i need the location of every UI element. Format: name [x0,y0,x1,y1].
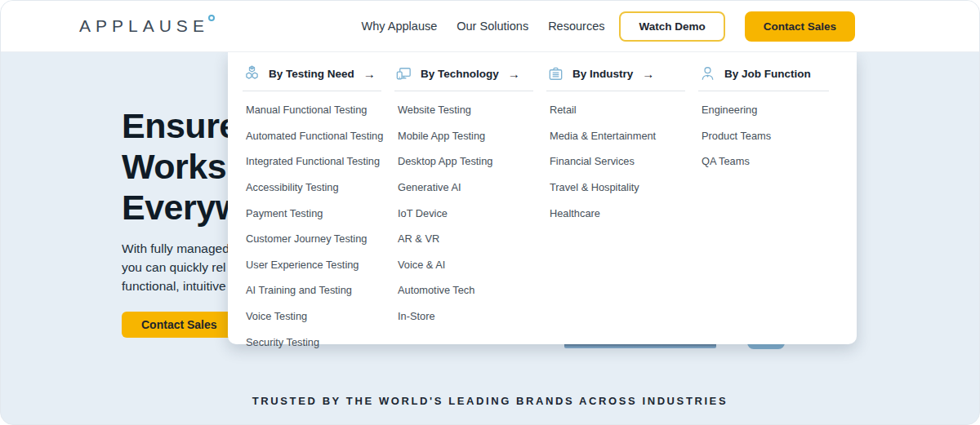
menu-item[interactable]: Voice Testing [246,303,381,330]
menu-item[interactable]: AR & VR [398,226,533,252]
hero-contact-sales-button[interactable]: Contact Sales [122,312,237,338]
menu-item[interactable]: Financial Services [550,148,685,175]
technology-list: Website Testing Mobile App Testing Deskt… [394,97,533,329]
arrow-right-icon: → [508,67,520,81]
menu-item[interactable]: Travel & Hospitality [550,175,685,201]
menu-item[interactable]: Customer Journey Testing [246,226,381,252]
menu-column-title: By Testing Need [269,68,354,80]
arrow-right-icon: → [642,67,654,81]
industry-header[interactable]: By Industry → [546,64,685,91]
technology-header[interactable]: By Technology → [394,64,533,91]
hero-paragraph-line: you can quickly rel [122,258,229,277]
hero-heading-line: Everyw [122,187,243,228]
menu-item[interactable]: Website Testing [398,97,533,123]
logo-text: APPLAUSE [79,16,209,36]
menu-item[interactable]: Accessibility Testing [246,175,381,201]
menu-item[interactable]: IoT Device [398,200,533,226]
menu-item[interactable]: Product Teams [702,123,829,149]
menu-column-testing-need: By Testing Need → Manual Functional Test… [243,64,394,355]
menu-item[interactable]: Integrated Functional Testing [246,148,381,175]
menu-item[interactable]: Media & Entertainment [550,123,685,149]
menu-item[interactable]: Security Testing [246,329,381,355]
menu-item[interactable]: Desktop App Testing [398,148,533,175]
applause-homepage: Ensure Works Everyw With fully managed y… [0,0,980,425]
briefcase-icon [546,64,565,83]
menu-item[interactable]: Mobile App Testing [398,123,533,149]
nav-item-our-solutions[interactable]: Our Solutions [457,20,528,33]
menu-item[interactable]: Healthcare [550,200,685,226]
hero-paragraph-line: functional, intuitive [122,277,229,295]
applause-logo[interactable]: APPLAUSE [79,16,215,36]
nav-item-resources[interactable]: Resources [548,20,604,33]
hero-heading-line: Works [122,146,243,187]
menu-item[interactable]: In-Store [398,303,533,330]
main-nav: Why Applause Our Solutions Resources Wat… [362,11,855,42]
menu-column-industry: By Industry → Retail Media & Entertainme… [546,64,698,355]
contact-sales-button[interactable]: Contact Sales [745,11,855,42]
nav-item-why-applause[interactable]: Why Applause [362,20,438,33]
watch-demo-button[interactable]: Watch Demo [619,11,724,42]
person-icon [698,64,717,83]
top-navigation-bar: APPLAUSE Why Applause Our Solutions Reso… [1,1,979,52]
testing-need-header[interactable]: By Testing Need → [243,64,381,91]
menu-item[interactable]: Payment Testing [246,200,381,226]
menu-item[interactable]: AI Training and Testing [246,277,381,303]
hero-heading: Ensure Works Everyw [122,105,243,228]
industry-list: Retail Media & Entertainment Financial S… [546,97,685,226]
menu-column-title: By Job Function [724,68,811,80]
menu-column-technology: By Technology → Website Testing Mobile A… [394,64,546,355]
menu-column-job-function: By Job Function Engineering Product Team… [698,64,842,355]
job-function-list: Engineering Product Teams QA Teams [698,97,829,175]
hero-paragraph-line: With fully managed [122,239,229,258]
cubes-icon [243,64,261,83]
job-function-header[interactable]: By Job Function [698,64,829,91]
trusted-brands-strip: TRUSTED BY THE WORLD'S LEADING BRANDS AC… [1,395,979,407]
menu-item[interactable]: Retail [550,97,685,123]
solutions-mega-menu: By Testing Need → Manual Functional Test… [228,52,857,344]
menu-item[interactable]: Generative AI [398,175,533,201]
menu-item[interactable]: User Experience Testing [246,252,381,278]
menu-column-title: By Industry [572,68,633,80]
menu-item[interactable]: Voice & AI [398,252,533,278]
menu-item[interactable]: Automotive Tech [398,277,533,303]
hero-paragraph: With fully managed you can quickly rel f… [122,239,229,295]
hero-heading-line: Ensure [122,105,243,146]
devices-icon [394,64,413,83]
menu-column-title: By Technology [421,68,499,80]
menu-item[interactable]: Manual Functional Testing [246,97,381,123]
menu-item[interactable]: Automated Functional Testing [246,123,381,149]
logo-circle-icon [208,15,215,21]
testing-need-list: Manual Functional Testing Automated Func… [243,97,381,355]
menu-item[interactable]: QA Teams [702,148,829,175]
menu-item[interactable]: Engineering [702,97,829,123]
arrow-right-icon: → [363,67,376,81]
